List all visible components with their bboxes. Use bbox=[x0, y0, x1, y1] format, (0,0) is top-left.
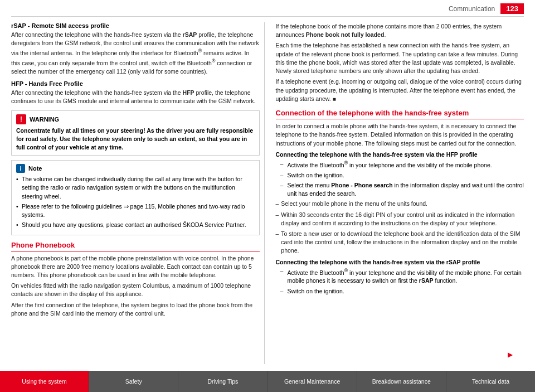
hfp-step-select: – Select your mobile phone in the menu o… bbox=[276, 200, 524, 208]
phonebook-p2: On vehicles fitted with the radio naviga… bbox=[11, 282, 260, 298]
note-bullet-1: • The volume can be changed individually… bbox=[16, 175, 255, 201]
warning-icon: ! bbox=[16, 114, 26, 124]
note-bullet-3: • Should you have any questions, please … bbox=[16, 221, 255, 229]
hfp-step-3: Select the menu Phone - Phone search in … bbox=[280, 181, 524, 198]
hfp-step-1: Activate the Bluetooth® in your telephon… bbox=[280, 159, 524, 170]
hfp-profile-heading: Connecting the telephone with the hands-… bbox=[276, 151, 524, 158]
page-header: Communication 123 bbox=[11, 0, 524, 17]
main-content: rSAP - Remote SIM access profile After c… bbox=[0, 17, 535, 364]
footer-nav-item-5[interactable]: Technical data bbox=[446, 371, 535, 392]
note-bullet-2: • Please refer to the following guidelin… bbox=[16, 202, 255, 219]
footer-nav-item-1[interactable]: Safety bbox=[89, 371, 178, 392]
warning-box: ! WARNING Concentrate fully at all times… bbox=[11, 110, 260, 156]
rsap-profile-heading: Connecting the telephone with the hands-… bbox=[276, 259, 524, 265]
left-column: rSAP - Remote SIM access profile After c… bbox=[11, 22, 265, 364]
hfp-step-pin: – Within 30 seconds enter the 16 digit P… bbox=[276, 211, 524, 228]
note-box: i Note • The volume can be changed indiv… bbox=[11, 160, 260, 235]
phonebook-title: Phone Phonebook bbox=[11, 241, 260, 251]
hfp-steps-list: Activate the Bluetooth® in your telephon… bbox=[276, 159, 524, 198]
rsap-steps-list: Activate the Bluetooth® in your telephon… bbox=[276, 267, 524, 296]
hfp-heading: HFP - Hands Free Profile bbox=[11, 80, 260, 87]
connection-title: Connection of the telephone with the han… bbox=[276, 109, 524, 119]
footer-nav-item-2[interactable]: Driving Tips bbox=[178, 371, 268, 392]
warning-title-row: ! WARNING bbox=[16, 114, 255, 124]
hfp-text: After connecting the telephone with the … bbox=[11, 89, 260, 105]
page-number: 123 bbox=[500, 3, 524, 14]
connection-intro: In order to connect a mobile phone with … bbox=[276, 122, 524, 148]
chapter-title: Communication bbox=[449, 5, 495, 13]
footer-nav-item-0[interactable]: Using the system bbox=[0, 371, 89, 392]
footer-nav: Using the systemSafetyDriving TipsGenera… bbox=[0, 371, 535, 392]
hfp-step-store: – To store a new user or to download the… bbox=[276, 230, 524, 255]
phonebook-p1: A phone phonebook is part of the mobile … bbox=[11, 254, 260, 280]
right-p1: If the telephone book of the mobile phon… bbox=[276, 22, 524, 39]
note-title-row: i Note bbox=[16, 164, 255, 173]
note-icon: i bbox=[16, 164, 25, 173]
warning-text: Concentrate fully at all times on your s… bbox=[16, 127, 255, 152]
right-p2: Each time the telephone has established … bbox=[276, 41, 524, 75]
footer-nav-item-3[interactable]: General Maintenance bbox=[268, 371, 357, 392]
hfp-step-2: Switch on the ignition. bbox=[280, 171, 524, 180]
note-label: Note bbox=[28, 165, 42, 172]
rsap-text: After connecting the telephone with the … bbox=[11, 31, 260, 76]
rsap-step-2: Switch on the ignition. bbox=[280, 287, 524, 296]
phonebook-p3: After the first connection of the teleph… bbox=[11, 301, 260, 318]
right-column: If the telephone book of the mobile phon… bbox=[274, 22, 524, 364]
rsap-step-1: Activate the Bluetooth® in your telephon… bbox=[280, 267, 524, 285]
right-arrow-marker: ▶ bbox=[508, 351, 513, 359]
rsap-heading: rSAP - Remote SIM access profile bbox=[11, 22, 260, 29]
warning-label: WARNING bbox=[30, 116, 59, 123]
footer-nav-item-4[interactable]: Breakdown assistance bbox=[357, 371, 446, 392]
right-p3: If a telephone event (e.g. incoming or o… bbox=[276, 78, 524, 103]
